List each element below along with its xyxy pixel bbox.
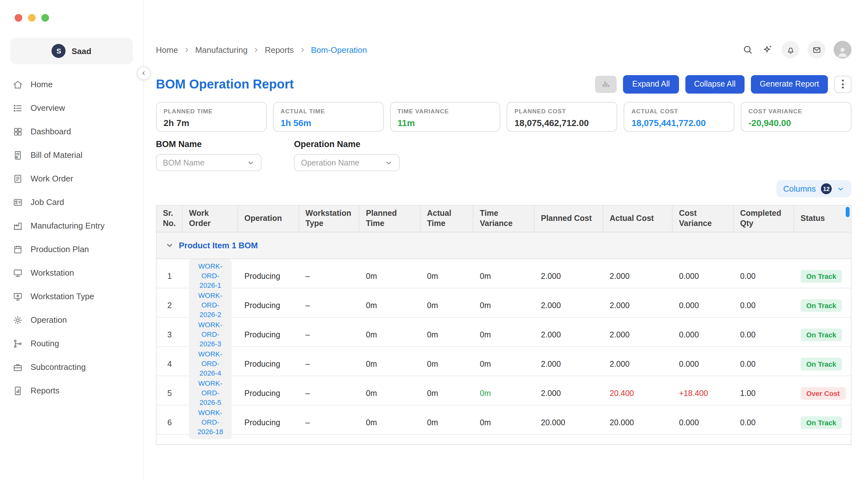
- sidebar-item-label: Manufacturing Entry: [31, 221, 105, 231]
- sidebar-item-subcontracting[interactable]: Subcontracting: [0, 355, 143, 379]
- cell-actual-time: 0m: [421, 359, 473, 368]
- sidebar-item-label: Dashboard: [31, 127, 71, 136]
- sidebar-item-home[interactable]: Home: [0, 72, 143, 96]
- breadcrumb-reports[interactable]: Reports: [265, 45, 294, 54]
- status-badge: On Track: [801, 357, 842, 370]
- work-order-link[interactable]: WORK-ORD-2026-3: [189, 318, 231, 352]
- cell-workstation-type: –: [299, 418, 360, 427]
- sidebar-item-job-card[interactable]: Job Card: [0, 190, 143, 214]
- breadcrumb-manufacturing[interactable]: Manufacturing: [195, 45, 248, 54]
- breadcrumb-bom-operation[interactable]: Bom-Operation: [311, 45, 367, 54]
- sidebar-item-reports[interactable]: Reports: [0, 379, 143, 402]
- cell-sr-no: 3: [157, 330, 183, 339]
- more-options-button[interactable]: [834, 76, 851, 93]
- search-icon[interactable]: [742, 44, 753, 55]
- stat-value: 2h 7m: [163, 118, 259, 128]
- cell-completed-qty: 0.00: [734, 301, 794, 310]
- cell-cost-variance: 0.000: [673, 359, 734, 368]
- work-order-link[interactable]: WORK-ORD-2026-5: [189, 377, 231, 410]
- stat-label: PLANNED COST: [515, 108, 610, 115]
- sidebar: S Saad Home Overview Dashboard Bill of M…: [0, 0, 144, 480]
- sidebar-menu: Home Overview Dashboard Bill of Material…: [0, 72, 143, 402]
- cell-actual-cost: 2.000: [603, 359, 673, 368]
- sidebar-item-label: Workstation: [31, 268, 74, 277]
- window-maximize-button[interactable]: [41, 14, 49, 22]
- status-badge: On Track: [801, 328, 842, 341]
- collapse-all-button[interactable]: Collapse All: [685, 75, 745, 93]
- sidebar-item-workstation[interactable]: Workstation: [0, 261, 143, 284]
- chevron-down-icon: [385, 159, 393, 167]
- cell-completed-qty: 1.00: [734, 389, 794, 397]
- user-card[interactable]: S Saad: [10, 37, 133, 64]
- sidebar-item-label: Production Plan: [31, 244, 89, 254]
- chart-view-button[interactable]: [595, 76, 617, 93]
- work-order-link[interactable]: WORK-ORD-2026-2: [189, 289, 231, 322]
- sidebar-item-manufacturing-entry[interactable]: Manufacturing Entry: [0, 214, 143, 237]
- sidebar-item-dashboard[interactable]: Dashboard: [0, 120, 143, 143]
- chevron-down-icon: [247, 159, 254, 167]
- cell-completed-qty: 0.00: [734, 330, 794, 339]
- sidebar-item-production-plan[interactable]: Production Plan: [0, 237, 143, 261]
- work-order-link[interactable]: WORK-ORD-2026-4: [189, 347, 231, 381]
- messages-button[interactable]: [808, 41, 825, 59]
- workstation-type-icon: [13, 291, 23, 301]
- work-order-link[interactable]: WORK-ORD-2026-1: [189, 260, 231, 293]
- sidebar-item-bill-of-material[interactable]: Bill of Material: [0, 143, 143, 167]
- cell-workstation-type: –: [299, 359, 360, 368]
- sidebar-item-work-order[interactable]: Work Order: [0, 167, 143, 190]
- breadcrumb-home[interactable]: Home: [156, 45, 178, 54]
- home-icon: [13, 79, 23, 89]
- sparkle-ai-icon[interactable]: [762, 44, 773, 55]
- window-close-button[interactable]: [14, 14, 22, 22]
- column-header-workstation-type: Workstation Type: [299, 206, 360, 232]
- cell-planned-cost: 2.000: [534, 301, 603, 310]
- filters: BOM Name BOM Name Operation Name Operati…: [156, 140, 851, 171]
- cell-actual-cost: 2.000: [603, 271, 673, 280]
- notifications-button[interactable]: [781, 41, 799, 59]
- cell-operation: Producing: [238, 301, 299, 310]
- window-minimize-button[interactable]: [28, 14, 36, 22]
- cell-planned-cost: 2.000: [534, 389, 603, 397]
- bom-name-select[interactable]: BOM Name: [156, 154, 261, 171]
- sidebar-collapse-button[interactable]: [137, 66, 151, 80]
- operation-name-select[interactable]: Operation Name: [294, 154, 400, 171]
- dashboard-icon: [13, 126, 23, 137]
- columns-button[interactable]: Columns 12: [776, 180, 851, 197]
- work-order-link[interactable]: WORK-ORD-2026-18: [189, 406, 231, 439]
- table-row: 3 WORK-ORD-2026-3 Producing – 0m 0m 0m 2…: [157, 318, 851, 347]
- stat-value: 11m: [397, 118, 493, 128]
- sidebar-item-label: Subcontracting: [31, 362, 86, 372]
- chevron-down-icon: [165, 242, 174, 250]
- cell-operation: Producing: [238, 330, 299, 339]
- bom-name-label: BOM Name: [156, 140, 261, 149]
- cell-workstation-type: –: [299, 389, 360, 397]
- cell-workstation-type: –: [299, 301, 360, 310]
- profile-avatar[interactable]: [834, 41, 851, 59]
- stat-value: 1h 56m: [281, 118, 376, 128]
- cell-time-variance: 0m: [473, 359, 534, 368]
- work-order-icon: [13, 174, 23, 184]
- bar-chart-icon: [602, 80, 611, 89]
- cell-actual-cost: 20.000: [603, 418, 673, 427]
- cell-completed-qty: 0.00: [734, 271, 794, 280]
- sidebar-item-overview[interactable]: Overview: [0, 96, 143, 120]
- vertical-scrollbar-thumb[interactable]: [846, 207, 849, 217]
- stat-card-actual-time: ACTUAL TIME 1h 56m: [273, 102, 384, 132]
- sidebar-item-label: Workstation Type: [31, 292, 94, 301]
- sidebar-item-routing[interactable]: Routing: [0, 332, 143, 355]
- operation-name-filter: Operation Name Operation Name: [294, 140, 400, 171]
- mail-icon: [812, 45, 821, 54]
- cell-sr-no: 1: [157, 271, 183, 280]
- sidebar-item-label: Bill of Material: [31, 150, 83, 160]
- cell-completed-qty: 0.00: [734, 359, 794, 368]
- cell-work-order: WORK-ORD-2026-1: [183, 260, 238, 293]
- report-table: Sr. No. Work Order Operation Workstation…: [156, 205, 851, 445]
- sidebar-item-operation[interactable]: Operation: [0, 308, 143, 332]
- generate-report-button[interactable]: Generate Report: [751, 75, 828, 93]
- group-row-product-item-1-bom[interactable]: Product Item 1 BOM: [157, 233, 851, 260]
- expand-all-button[interactable]: Expand All: [623, 75, 679, 93]
- sidebar-item-workstation-type[interactable]: Workstation Type: [0, 284, 143, 308]
- chevron-left-icon: [141, 70, 147, 77]
- stat-card-time-variance: TIME VARIANCE 11m: [390, 102, 500, 132]
- kebab-icon: [842, 87, 844, 89]
